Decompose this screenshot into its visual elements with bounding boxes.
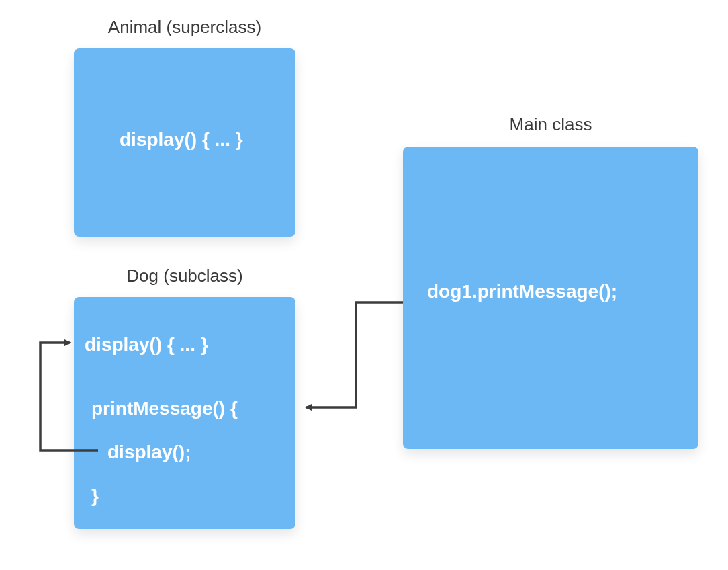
- main-code-line: dog1.printMessage();: [427, 281, 617, 302]
- dog-display-method: display() { ... }: [85, 334, 208, 356]
- dog-class-box: display() { ... } printMessage() { displ…: [74, 297, 295, 529]
- dog-printmessage-body: display();: [107, 442, 191, 463]
- animal-class-label: Animal (superclass): [74, 17, 295, 38]
- animal-display-method: display() { ... }: [120, 129, 243, 151]
- diagram-stage: Animal (superclass) display() { ... } Do…: [0, 0, 728, 570]
- main-class-label: Main class: [403, 114, 698, 135]
- arrow-main-to-printmessage: [306, 302, 403, 407]
- dog-printmessage-header: printMessage() {: [91, 398, 238, 419]
- animal-class-box: display() { ... }: [74, 48, 295, 237]
- main-class-box: dog1.printMessage();: [403, 147, 698, 449]
- dog-class-label: Dog (subclass): [74, 266, 295, 286]
- dog-printmessage-close: }: [91, 485, 99, 507]
